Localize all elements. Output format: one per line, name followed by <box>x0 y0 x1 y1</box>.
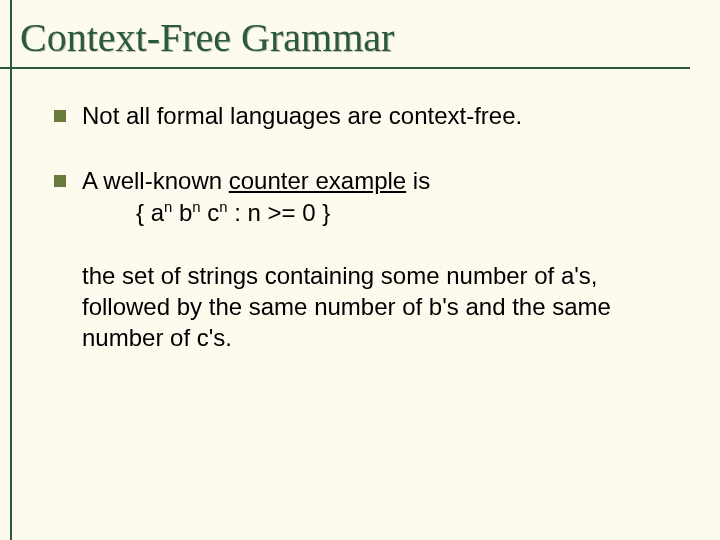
list-item: Not all formal languages are context-fre… <box>54 101 666 132</box>
bullet-2-underlined: counter example <box>229 167 406 194</box>
formula-part: c <box>201 199 220 226</box>
bullet-1-text: Not all formal languages are context-fre… <box>82 101 666 132</box>
bullet-2-body: A well-known counter example is { an bn … <box>82 166 666 354</box>
title-underline <box>0 67 690 69</box>
formula-sup: n <box>192 199 200 215</box>
bullet-2-tail: is <box>406 167 430 194</box>
formula-part: : n >= 0 } <box>228 199 331 226</box>
slide-title: Context-Free Grammar <box>20 14 700 61</box>
formula-sup: n <box>219 199 227 215</box>
title-area: Context-Free Grammar <box>0 0 720 75</box>
bullet-2-paragraph: the set of strings containing some numbe… <box>82 261 666 353</box>
formula-part: b <box>172 199 192 226</box>
list-item: A well-known counter example is { an bn … <box>54 166 666 354</box>
formula-part: { a <box>136 199 164 226</box>
formula-line: { an bn cn : n >= 0 } <box>82 198 666 229</box>
square-bullet-icon <box>54 175 66 187</box>
slide-body: Not all formal languages are context-fre… <box>0 75 720 353</box>
left-rule <box>10 0 12 540</box>
bullet-2-lead: A well-known <box>82 167 229 194</box>
square-bullet-icon <box>54 110 66 122</box>
